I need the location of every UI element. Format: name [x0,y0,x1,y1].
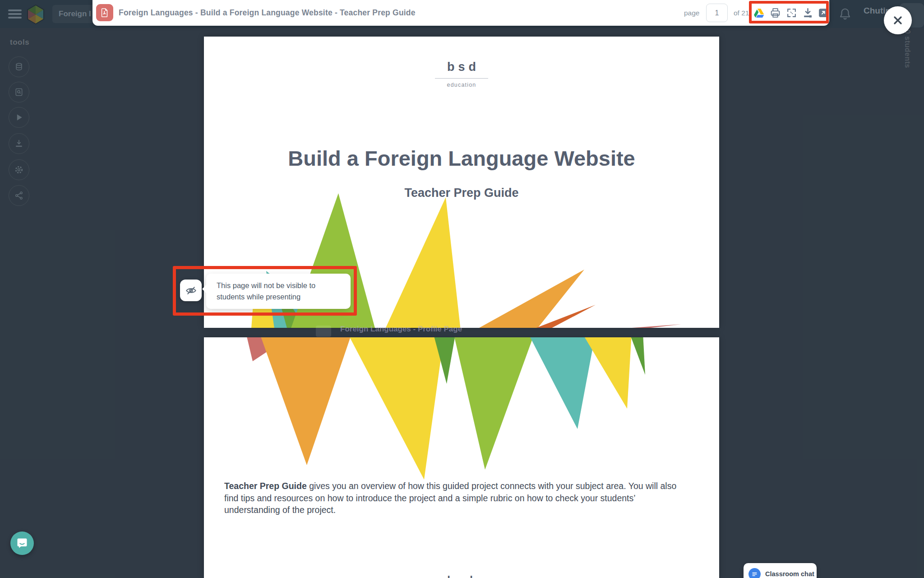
bsd-footer-logo: bsd [204,574,719,578]
pdf-file-icon [100,8,110,18]
google-drive-button[interactable] [753,7,765,19]
tooltip-line-1: This page will not be visible to [217,280,351,291]
pdf-page-2: Teacher Prep Guide gives you an overview… [204,337,719,578]
open-external-button[interactable] [818,7,829,19]
document-subtitle: Teacher Prep Guide [204,186,719,200]
visibility-tooltip: This page will not be visible to student… [206,274,351,309]
tooltip-line-2: students while presenting [217,291,351,303]
bsd-logo-text: bsd [204,60,719,74]
support-chat-launcher[interactable] [10,531,34,555]
google-drive-icon [753,7,765,19]
page-number-input[interactable] [706,4,728,22]
page-hidden-indicator[interactable] [180,280,202,301]
bsd-logo-subtext: education [204,82,719,88]
pdf-viewer-header: Foreign Languages - Build a Foreign Lang… [92,0,829,26]
classroom-chat-icon [748,568,761,578]
logo-divider [435,78,488,79]
paragraph-bold-lead: Teacher Prep Guide [224,481,307,491]
eye-off-icon [185,284,197,297]
classroom-chat-label: Classroom chat [765,570,814,578]
page-count-label: of 21 [734,0,749,26]
close-viewer-button[interactable] [884,6,912,34]
document-thumb-behind [316,326,331,337]
classroom-chat-button[interactable]: Classroom chat [744,563,817,578]
document-row-behind: Foreign Languages - Profile Page [340,325,462,334]
print-button[interactable] [770,7,781,19]
page-label: page [684,0,699,26]
pdf-file-badge [96,4,113,21]
document-paragraph: Teacher Prep Guide gives you an overview… [224,480,681,516]
fullscreen-button[interactable] [786,7,797,19]
close-icon [892,15,903,26]
chat-bubble-icon [16,537,28,550]
viewer-document-title: Foreign Languages - Build a Foreign Lang… [119,0,416,26]
bsd-logo-block: bsd education [204,60,719,88]
open-external-icon [818,7,829,19]
download-button[interactable] [802,7,813,19]
document-title: Build a Foreign Language Website [204,146,719,171]
download-icon [802,7,813,19]
printer-icon [770,7,781,19]
fullscreen-icon [786,7,797,19]
pinwheel-graphic-bottom [204,337,719,578]
